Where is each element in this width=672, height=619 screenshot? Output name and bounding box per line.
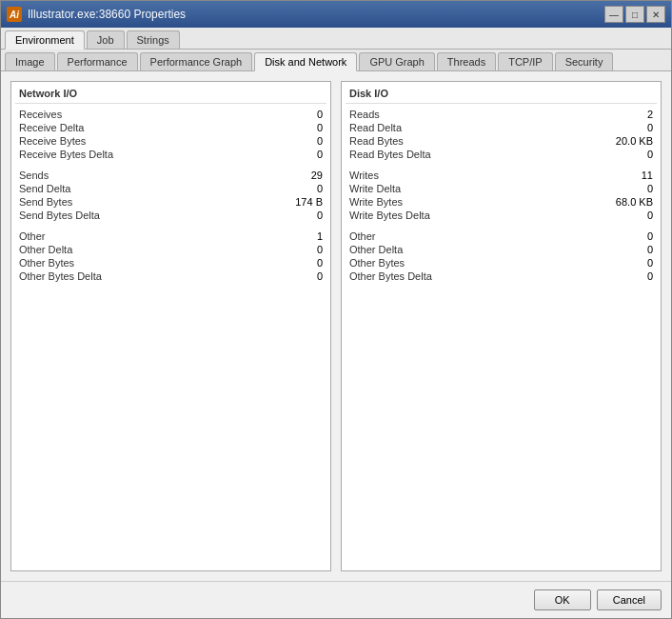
tab-environment[interactable]: Environment <box>5 30 85 50</box>
write-bytes-delta-label: Write Bytes Delta <box>349 210 430 221</box>
disk-reads-section: Reads 2 Read Delta 0 Read Bytes 20.0 KB … <box>346 108 657 161</box>
tab-row-1: Environment Job Strings <box>1 28 671 50</box>
maximize-button[interactable]: □ <box>625 6 644 23</box>
write-delta-value: 0 <box>605 183 653 194</box>
receive-delta-label: Receive Delta <box>19 122 84 133</box>
network-other-delta-row: Other Delta 0 <box>15 243 326 256</box>
network-io-header: Network I/O <box>15 86 326 104</box>
sends-label: Sends <box>19 170 49 181</box>
writes-label: Writes <box>349 170 379 181</box>
send-bytes-delta-value: 0 <box>275 210 323 221</box>
disk-write-bytes-row: Write Bytes 68.0 KB <box>346 195 657 209</box>
receive-bytes-delta-value: 0 <box>275 149 323 160</box>
close-button[interactable]: ✕ <box>646 6 665 23</box>
write-bytes-value: 68.0 KB <box>605 196 653 208</box>
window-title: Illustrator.exe:38660 Properties <box>28 8 186 21</box>
send-delta-value: 0 <box>275 183 323 194</box>
write-delta-label: Write Delta <box>349 183 401 194</box>
tab-gpu-graph[interactable]: GPU Graph <box>359 52 434 70</box>
network-receives-section: Receives 0 Receive Delta 0 Receive Bytes… <box>15 108 326 161</box>
read-delta-value: 0 <box>605 122 653 133</box>
sends-value: 29 <box>275 170 323 181</box>
read-bytes-delta-value: 0 <box>605 149 653 160</box>
read-bytes-value: 20.0 KB <box>605 135 653 147</box>
app-icon: Ai <box>7 7 22 22</box>
disk-read-delta-row: Read Delta 0 <box>346 121 657 134</box>
network-other-bytes-label: Other Bytes <box>19 257 74 269</box>
disk-write-bytes-delta-row: Write Bytes Delta 0 <box>346 209 657 222</box>
network-other-row: Other 1 <box>15 230 326 243</box>
receive-bytes-delta-label: Receive Bytes Delta <box>19 149 113 160</box>
disk-other-delta-label: Other Delta <box>349 244 403 255</box>
tab-job[interactable]: Job <box>87 30 125 49</box>
disk-read-bytes-delta-row: Read Bytes Delta 0 <box>346 148 657 161</box>
ok-button[interactable]: OK <box>534 589 591 610</box>
reads-label: Reads <box>349 109 380 120</box>
tab-performance-graph[interactable]: Performance Graph <box>140 52 253 70</box>
network-receive-bytes-row: Receive Bytes 0 <box>15 134 326 148</box>
network-receive-bytes-delta-row: Receive Bytes Delta 0 <box>15 148 326 161</box>
disk-other-delta-row: Other Delta 0 <box>346 243 657 256</box>
tab-row-2: Image Performance Performance Graph Disk… <box>1 50 671 71</box>
read-bytes-label: Read Bytes <box>349 135 404 147</box>
network-other-section: Other 1 Other Delta 0 Other Bytes 0 Othe… <box>15 230 326 283</box>
main-window: Ai Illustrator.exe:38660 Properties — □ … <box>0 0 672 619</box>
disk-other-bytes-delta-row: Other Bytes Delta 0 <box>346 270 657 283</box>
network-send-bytes-row: Send Bytes 174 B <box>15 195 326 209</box>
receive-delta-value: 0 <box>275 122 323 133</box>
network-other-bytes-row: Other Bytes 0 <box>15 256 326 270</box>
disk-other-delta-value: 0 <box>605 244 653 255</box>
disk-other-value: 0 <box>605 230 653 242</box>
disk-other-row: Other 0 <box>346 230 657 243</box>
network-other-bytes-delta-value: 0 <box>275 270 323 282</box>
receives-value: 0 <box>275 109 323 120</box>
title-bar-left: Ai Illustrator.exe:38660 Properties <box>7 7 186 22</box>
tab-strings[interactable]: Strings <box>127 30 180 49</box>
send-bytes-label: Send Bytes <box>19 196 72 208</box>
tab-security[interactable]: Security <box>555 52 614 70</box>
disk-other-bytes-value: 0 <box>605 257 653 269</box>
title-buttons: — □ ✕ <box>604 6 665 23</box>
network-other-delta-label: Other Delta <box>19 244 72 255</box>
reads-value: 2 <box>605 109 653 120</box>
read-delta-label: Read Delta <box>349 122 402 133</box>
disk-other-section: Other 0 Other Delta 0 Other Bytes 0 Othe… <box>346 230 657 283</box>
network-other-bytes-value: 0 <box>275 257 323 269</box>
disk-writes-section: Writes 11 Write Delta 0 Write Bytes 68.0… <box>346 169 657 222</box>
tab-image[interactable]: Image <box>5 52 55 70</box>
network-other-bytes-delta-label: Other Bytes Delta <box>19 270 102 282</box>
tab-threads[interactable]: Threads <box>437 52 496 70</box>
title-bar: Ai Illustrator.exe:38660 Properties — □ … <box>1 1 671 28</box>
tab-disk-and-network[interactable]: Disk and Network <box>254 52 357 71</box>
receive-bytes-label: Receive Bytes <box>19 135 86 147</box>
disk-other-bytes-row: Other Bytes 0 <box>346 256 657 270</box>
receives-label: Receives <box>19 109 62 120</box>
tab-performance[interactable]: Performance <box>57 52 138 70</box>
disk-other-label: Other <box>349 230 376 242</box>
send-bytes-delta-label: Send Bytes Delta <box>19 210 100 221</box>
cancel-button[interactable]: Cancel <box>597 589 662 610</box>
disk-other-bytes-delta-value: 0 <box>605 270 653 282</box>
disk-write-delta-row: Write Delta 0 <box>346 182 657 195</box>
network-other-bytes-delta-row: Other Bytes Delta 0 <box>15 270 326 283</box>
disk-reads-row: Reads 2 <box>346 108 657 121</box>
minimize-button[interactable]: — <box>604 6 623 23</box>
send-delta-label: Send Delta <box>19 183 70 194</box>
read-bytes-delta-label: Read Bytes Delta <box>349 149 431 160</box>
disk-other-bytes-delta-label: Other Bytes Delta <box>349 270 432 282</box>
network-send-bytes-delta-row: Send Bytes Delta 0 <box>15 209 326 222</box>
network-other-value: 1 <box>275 230 323 242</box>
network-other-label: Other <box>19 230 46 242</box>
write-bytes-delta-value: 0 <box>605 210 653 221</box>
network-send-delta-row: Send Delta 0 <box>15 182 326 195</box>
disk-writes-row: Writes 11 <box>346 169 657 182</box>
network-sends-row: Sends 29 <box>15 169 326 182</box>
content-area: Network I/O Receives 0 Receive Delta 0 R… <box>1 71 671 581</box>
disk-other-bytes-label: Other Bytes <box>349 257 405 269</box>
receive-bytes-value: 0 <box>275 135 323 147</box>
writes-value: 11 <box>605 170 653 181</box>
network-other-delta-value: 0 <box>275 244 323 255</box>
tab-tcpip[interactable]: TCP/IP <box>498 52 552 70</box>
network-receive-delta-row: Receive Delta 0 <box>15 121 326 134</box>
write-bytes-label: Write Bytes <box>349 196 403 208</box>
